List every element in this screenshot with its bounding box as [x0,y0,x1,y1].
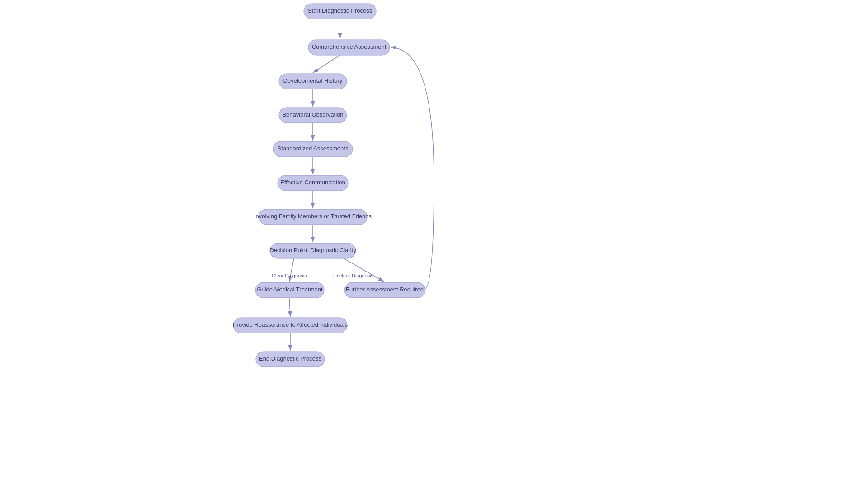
unclear-diagnosis-label: Unclear Diagnosis [333,273,374,278]
behavioral-label: Behavioral Observation [282,111,343,118]
clear-diagnosis-label: Clear Diagnosis [272,273,307,278]
decision-label: Decision Point: Diagnostic Clarity [269,247,356,253]
standardized-label: Standardized Assessments [278,145,349,152]
reassurance-label: Provide Reassurance to Affected Individu… [233,321,348,328]
comprehensive-label: Comprehensive Assessment [312,43,387,50]
further-label: Further Assessment Required [346,286,424,293]
svg-line-10 [289,298,290,317]
involving-label: Involving Family Members or Trusted Frie… [254,213,372,220]
svg-line-2 [313,55,340,73]
guide-label: Guide Medical Treatment [257,286,323,293]
start-label: Start Diagnostic Process [308,7,373,14]
effective-label: Effective Communication [280,179,345,186]
developmental-label: Developmental History [283,77,343,84]
flowchart-container: Start Diagnostic Process Comprehensive A… [0,0,868,488]
end-label: End Diagnostic Process [259,355,322,362]
